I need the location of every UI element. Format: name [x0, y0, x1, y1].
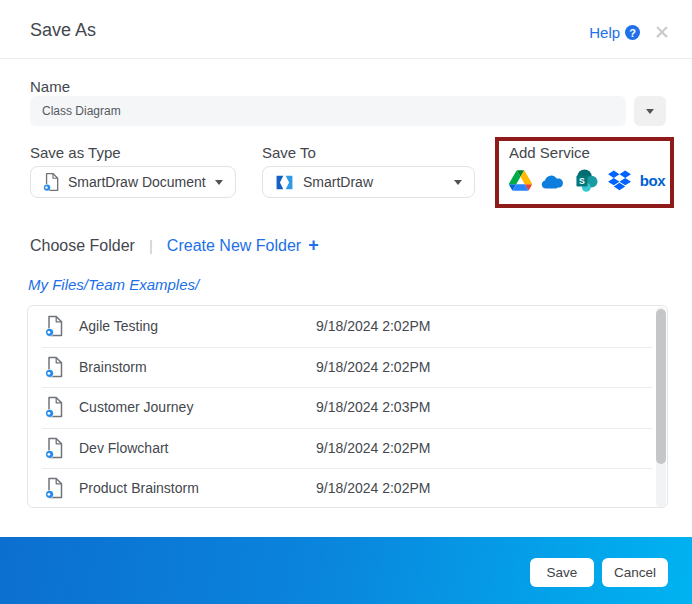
dropbox-icon[interactable]	[608, 170, 631, 191]
save-to-dropdown[interactable]: SmartDraw	[262, 166, 475, 198]
header-divider	[0, 58, 692, 59]
add-service-highlight-box: Add Service S	[495, 137, 674, 208]
scrollbar-track[interactable]	[656, 307, 666, 508]
save-as-dialog: Save As Help ? ✕ Name Save as Type Smart…	[0, 0, 692, 604]
file-rows: Agile Testing 9/18/2024 2:02PM Brainstor…	[28, 306, 667, 508]
file-modified: 9/18/2024 2:02PM	[316, 480, 430, 496]
smartdraw-document-icon	[45, 437, 63, 459]
file-name: Dev Flowchart	[79, 440, 168, 456]
name-label: Name	[30, 78, 70, 95]
help-question-icon: ?	[625, 25, 640, 40]
file-row[interactable]: Dev Flowchart 9/18/2024 2:02PM	[28, 428, 667, 469]
onedrive-icon[interactable]	[541, 173, 566, 189]
svg-text:S: S	[579, 176, 585, 186]
footer-bar: Save Cancel	[0, 537, 692, 604]
file-row[interactable]: Product Brainstorm 9/18/2024 2:02PM	[28, 468, 667, 508]
scrollbar-thumb[interactable]	[656, 309, 666, 464]
smartdraw-document-icon	[45, 315, 63, 337]
smartdraw-document-icon	[45, 477, 63, 499]
file-name: Agile Testing	[79, 318, 158, 334]
save-to-label: Save To	[262, 144, 316, 161]
add-service-label: Add Service	[509, 144, 590, 161]
save-as-type-dropdown[interactable]: SmartDraw Document	[30, 166, 236, 198]
file-modified: 9/18/2024 2:02PM	[316, 440, 430, 456]
file-modified: 9/18/2024 2:02PM	[316, 359, 430, 375]
service-icons-row: S box	[509, 169, 665, 192]
file-row[interactable]: Agile Testing 9/18/2024 2:02PM	[28, 306, 667, 347]
smartdraw-document-icon	[45, 396, 63, 418]
sharepoint-icon[interactable]: S	[575, 169, 598, 192]
header-actions: Help ? ✕	[589, 23, 670, 42]
cancel-button[interactable]: Cancel	[602, 558, 668, 587]
choose-folder-label: Choose Folder	[30, 237, 135, 255]
file-name: Product Brainstorm	[79, 480, 199, 496]
create-new-folder-label: Create New Folder	[167, 237, 301, 255]
name-input[interactable]	[30, 96, 626, 126]
chevron-down-icon	[215, 180, 223, 185]
smartdraw-document-icon	[43, 172, 59, 192]
file-modified: 9/18/2024 2:02PM	[316, 318, 430, 334]
chevron-down-icon	[646, 109, 654, 114]
smartdraw-document-icon	[45, 356, 63, 378]
name-dropdown-button[interactable]	[634, 96, 666, 126]
plus-icon: +	[308, 235, 319, 256]
smartdraw-logo-icon	[275, 173, 294, 192]
separator: |	[149, 237, 153, 254]
file-list: Agile Testing 9/18/2024 2:02PM Brainstor…	[27, 305, 668, 508]
file-name: Brainstorm	[79, 359, 147, 375]
save-as-type-value: SmartDraw Document	[68, 174, 206, 190]
box-icon[interactable]: box	[640, 172, 665, 189]
save-button[interactable]: Save	[530, 558, 594, 587]
file-modified: 9/18/2024 2:03PM	[316, 399, 430, 415]
breadcrumb[interactable]: My Files/Team Examples/	[28, 276, 199, 293]
file-name: Customer Journey	[79, 399, 193, 415]
save-as-type-label: Save as Type	[30, 144, 121, 161]
choose-folder-row: Choose Folder | Create New Folder +	[30, 235, 319, 256]
file-row[interactable]: Brainstorm 9/18/2024 2:02PM	[28, 347, 667, 388]
save-to-value: SmartDraw	[303, 174, 445, 190]
help-label: Help	[589, 24, 620, 41]
chevron-down-icon	[454, 180, 462, 185]
close-icon[interactable]: ✕	[654, 23, 670, 42]
file-row[interactable]: Customer Journey 9/18/2024 2:03PM	[28, 387, 667, 428]
dialog-title: Save As	[30, 20, 96, 41]
help-link[interactable]: Help ?	[589, 24, 640, 41]
create-new-folder-link[interactable]: Create New Folder +	[167, 235, 319, 256]
google-drive-icon[interactable]	[509, 170, 532, 191]
